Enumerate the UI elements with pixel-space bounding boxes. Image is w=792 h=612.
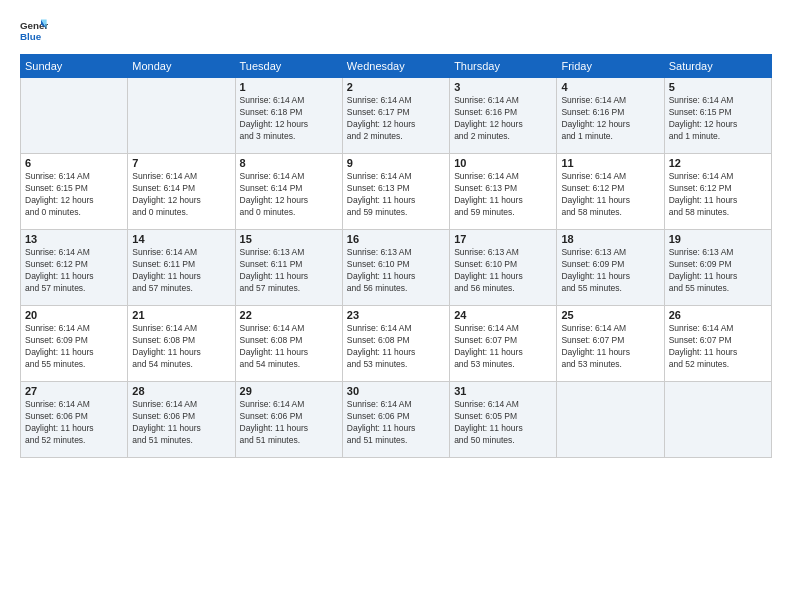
day-number: 4: [561, 81, 659, 93]
day-number: 7: [132, 157, 230, 169]
day-number: 3: [454, 81, 552, 93]
day-number: 21: [132, 309, 230, 321]
calendar-cell: 28Sunrise: 6:14 AM Sunset: 6:06 PM Dayli…: [128, 382, 235, 458]
day-number: 5: [669, 81, 767, 93]
calendar-cell: 1Sunrise: 6:14 AM Sunset: 6:18 PM Daylig…: [235, 78, 342, 154]
calendar-cell: 6Sunrise: 6:14 AM Sunset: 6:15 PM Daylig…: [21, 154, 128, 230]
day-number: 20: [25, 309, 123, 321]
calendar-cell: 2Sunrise: 6:14 AM Sunset: 6:17 PM Daylig…: [342, 78, 449, 154]
calendar-cell: 25Sunrise: 6:14 AM Sunset: 6:07 PM Dayli…: [557, 306, 664, 382]
calendar-cell: [128, 78, 235, 154]
day-info: Sunrise: 6:14 AM Sunset: 6:17 PM Dayligh…: [347, 95, 445, 143]
day-info: Sunrise: 6:14 AM Sunset: 6:13 PM Dayligh…: [454, 171, 552, 219]
calendar-header-wednesday: Wednesday: [342, 55, 449, 78]
day-number: 10: [454, 157, 552, 169]
day-number: 13: [25, 233, 123, 245]
day-info: Sunrise: 6:13 AM Sunset: 6:10 PM Dayligh…: [454, 247, 552, 295]
day-number: 22: [240, 309, 338, 321]
day-number: 30: [347, 385, 445, 397]
calendar-cell: 4Sunrise: 6:14 AM Sunset: 6:16 PM Daylig…: [557, 78, 664, 154]
calendar-week-3: 13Sunrise: 6:14 AM Sunset: 6:12 PM Dayli…: [21, 230, 772, 306]
calendar-cell: 19Sunrise: 6:13 AM Sunset: 6:09 PM Dayli…: [664, 230, 771, 306]
day-number: 19: [669, 233, 767, 245]
day-info: Sunrise: 6:14 AM Sunset: 6:14 PM Dayligh…: [240, 171, 338, 219]
calendar-cell: 21Sunrise: 6:14 AM Sunset: 6:08 PM Dayli…: [128, 306, 235, 382]
day-number: 17: [454, 233, 552, 245]
day-info: Sunrise: 6:14 AM Sunset: 6:07 PM Dayligh…: [561, 323, 659, 371]
day-info: Sunrise: 6:14 AM Sunset: 6:13 PM Dayligh…: [347, 171, 445, 219]
day-info: Sunrise: 6:14 AM Sunset: 6:16 PM Dayligh…: [454, 95, 552, 143]
calendar-cell: 7Sunrise: 6:14 AM Sunset: 6:14 PM Daylig…: [128, 154, 235, 230]
calendar-cell: 26Sunrise: 6:14 AM Sunset: 6:07 PM Dayli…: [664, 306, 771, 382]
calendar-cell: 29Sunrise: 6:14 AM Sunset: 6:06 PM Dayli…: [235, 382, 342, 458]
day-number: 16: [347, 233, 445, 245]
day-info: Sunrise: 6:14 AM Sunset: 6:07 PM Dayligh…: [454, 323, 552, 371]
header: General Blue: [20, 16, 772, 44]
calendar-header-tuesday: Tuesday: [235, 55, 342, 78]
day-info: Sunrise: 6:14 AM Sunset: 6:07 PM Dayligh…: [669, 323, 767, 371]
day-info: Sunrise: 6:14 AM Sunset: 6:12 PM Dayligh…: [561, 171, 659, 219]
day-number: 27: [25, 385, 123, 397]
calendar-cell: 13Sunrise: 6:14 AM Sunset: 6:12 PM Dayli…: [21, 230, 128, 306]
calendar-header-sunday: Sunday: [21, 55, 128, 78]
calendar-week-2: 6Sunrise: 6:14 AM Sunset: 6:15 PM Daylig…: [21, 154, 772, 230]
calendar-cell: [664, 382, 771, 458]
day-number: 24: [454, 309, 552, 321]
calendar-cell: 31Sunrise: 6:14 AM Sunset: 6:05 PM Dayli…: [450, 382, 557, 458]
day-number: 18: [561, 233, 659, 245]
calendar-cell: 22Sunrise: 6:14 AM Sunset: 6:08 PM Dayli…: [235, 306, 342, 382]
calendar-header-row: SundayMondayTuesdayWednesdayThursdayFrid…: [21, 55, 772, 78]
calendar-header-saturday: Saturday: [664, 55, 771, 78]
day-number: 9: [347, 157, 445, 169]
day-info: Sunrise: 6:14 AM Sunset: 6:08 PM Dayligh…: [240, 323, 338, 371]
calendar-cell: 11Sunrise: 6:14 AM Sunset: 6:12 PM Dayli…: [557, 154, 664, 230]
calendar-cell: [21, 78, 128, 154]
day-number: 28: [132, 385, 230, 397]
calendar-table: SundayMondayTuesdayWednesdayThursdayFrid…: [20, 54, 772, 458]
day-info: Sunrise: 6:14 AM Sunset: 6:15 PM Dayligh…: [669, 95, 767, 143]
calendar-cell: 14Sunrise: 6:14 AM Sunset: 6:11 PM Dayli…: [128, 230, 235, 306]
calendar-cell: 16Sunrise: 6:13 AM Sunset: 6:10 PM Dayli…: [342, 230, 449, 306]
calendar-cell: 5Sunrise: 6:14 AM Sunset: 6:15 PM Daylig…: [664, 78, 771, 154]
day-number: 26: [669, 309, 767, 321]
calendar-cell: 30Sunrise: 6:14 AM Sunset: 6:06 PM Dayli…: [342, 382, 449, 458]
day-number: 29: [240, 385, 338, 397]
day-number: 15: [240, 233, 338, 245]
calendar-week-4: 20Sunrise: 6:14 AM Sunset: 6:09 PM Dayli…: [21, 306, 772, 382]
day-info: Sunrise: 6:14 AM Sunset: 6:18 PM Dayligh…: [240, 95, 338, 143]
logo-icon: General Blue: [20, 16, 48, 44]
day-number: 1: [240, 81, 338, 93]
calendar-cell: 9Sunrise: 6:14 AM Sunset: 6:13 PM Daylig…: [342, 154, 449, 230]
calendar-cell: [557, 382, 664, 458]
day-info: Sunrise: 6:14 AM Sunset: 6:09 PM Dayligh…: [25, 323, 123, 371]
day-info: Sunrise: 6:14 AM Sunset: 6:11 PM Dayligh…: [132, 247, 230, 295]
day-info: Sunrise: 6:14 AM Sunset: 6:12 PM Dayligh…: [669, 171, 767, 219]
day-info: Sunrise: 6:14 AM Sunset: 6:08 PM Dayligh…: [132, 323, 230, 371]
calendar-week-1: 1Sunrise: 6:14 AM Sunset: 6:18 PM Daylig…: [21, 78, 772, 154]
day-info: Sunrise: 6:13 AM Sunset: 6:10 PM Dayligh…: [347, 247, 445, 295]
day-info: Sunrise: 6:14 AM Sunset: 6:06 PM Dayligh…: [25, 399, 123, 447]
day-info: Sunrise: 6:13 AM Sunset: 6:09 PM Dayligh…: [669, 247, 767, 295]
day-info: Sunrise: 6:14 AM Sunset: 6:05 PM Dayligh…: [454, 399, 552, 447]
day-info: Sunrise: 6:14 AM Sunset: 6:12 PM Dayligh…: [25, 247, 123, 295]
day-number: 31: [454, 385, 552, 397]
calendar-cell: 8Sunrise: 6:14 AM Sunset: 6:14 PM Daylig…: [235, 154, 342, 230]
calendar-header-friday: Friday: [557, 55, 664, 78]
calendar-cell: 24Sunrise: 6:14 AM Sunset: 6:07 PM Dayli…: [450, 306, 557, 382]
day-info: Sunrise: 6:14 AM Sunset: 6:16 PM Dayligh…: [561, 95, 659, 143]
logo: General Blue: [20, 16, 48, 44]
day-info: Sunrise: 6:13 AM Sunset: 6:11 PM Dayligh…: [240, 247, 338, 295]
day-info: Sunrise: 6:14 AM Sunset: 6:14 PM Dayligh…: [132, 171, 230, 219]
calendar-cell: 17Sunrise: 6:13 AM Sunset: 6:10 PM Dayli…: [450, 230, 557, 306]
calendar-week-5: 27Sunrise: 6:14 AM Sunset: 6:06 PM Dayli…: [21, 382, 772, 458]
calendar-cell: 27Sunrise: 6:14 AM Sunset: 6:06 PM Dayli…: [21, 382, 128, 458]
calendar-cell: 20Sunrise: 6:14 AM Sunset: 6:09 PM Dayli…: [21, 306, 128, 382]
day-number: 6: [25, 157, 123, 169]
day-info: Sunrise: 6:14 AM Sunset: 6:06 PM Dayligh…: [347, 399, 445, 447]
calendar-header-monday: Monday: [128, 55, 235, 78]
day-info: Sunrise: 6:14 AM Sunset: 6:15 PM Dayligh…: [25, 171, 123, 219]
calendar-cell: 18Sunrise: 6:13 AM Sunset: 6:09 PM Dayli…: [557, 230, 664, 306]
day-number: 14: [132, 233, 230, 245]
calendar-cell: 12Sunrise: 6:14 AM Sunset: 6:12 PM Dayli…: [664, 154, 771, 230]
calendar-cell: 15Sunrise: 6:13 AM Sunset: 6:11 PM Dayli…: [235, 230, 342, 306]
